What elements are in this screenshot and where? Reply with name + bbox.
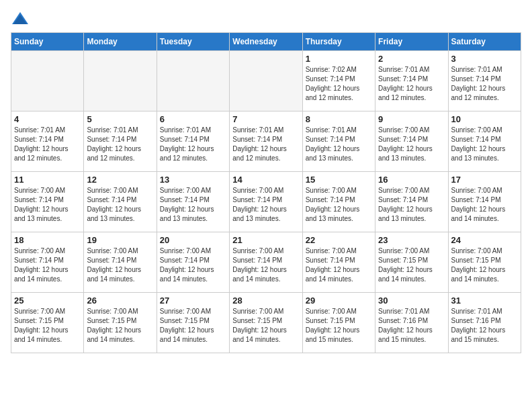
day-number: 8 [306,114,372,124]
calendar-cell: 10Sunrise: 7:00 AM Sunset: 7:14 PM Dayli… [448,111,521,172]
calendar-cell [230,51,302,111]
day-number: 26 [87,295,153,306]
calendar-cell: 23Sunrise: 7:00 AM Sunset: 7:15 PM Dayli… [375,232,448,293]
calendar-cell: 16Sunrise: 7:00 AM Sunset: 7:14 PM Dayli… [375,172,448,232]
calendar-cell: 15Sunrise: 7:00 AM Sunset: 7:14 PM Dayli… [302,172,375,232]
day-info: Sunrise: 7:00 AM Sunset: 7:15 PM Dayligh… [451,246,518,284]
calendar-week-row: 25Sunrise: 7:00 AM Sunset: 7:15 PM Dayli… [11,293,521,353]
logo-icon [11,11,30,27]
day-number: 27 [160,295,226,306]
day-number: 28 [232,295,299,306]
calendar-cell: 17Sunrise: 7:00 AM Sunset: 7:14 PM Dayli… [448,172,521,232]
calendar-cell: 30Sunrise: 7:01 AM Sunset: 7:16 PM Dayli… [375,293,448,353]
calendar-cell: 19Sunrise: 7:00 AM Sunset: 7:14 PM Dayli… [84,232,157,293]
day-info: Sunrise: 7:00 AM Sunset: 7:14 PM Dayligh… [87,186,153,224]
day-info: Sunrise: 7:00 AM Sunset: 7:14 PM Dayligh… [14,246,81,284]
day-number: 6 [160,114,226,124]
day-number: 12 [87,175,153,185]
day-number: 30 [378,295,445,306]
day-info: Sunrise: 7:00 AM Sunset: 7:14 PM Dayligh… [306,246,372,284]
calendar-cell [157,51,229,111]
day-info: Sunrise: 7:00 AM Sunset: 7:14 PM Dayligh… [160,246,226,284]
calendar-cell: 22Sunrise: 7:00 AM Sunset: 7:14 PM Dayli… [302,232,375,293]
day-info: Sunrise: 7:01 AM Sunset: 7:14 PM Dayligh… [160,126,226,163]
day-number: 10 [451,114,518,124]
calendar-cell: 31Sunrise: 7:01 AM Sunset: 7:16 PM Dayli… [448,293,521,353]
calendar-cell: 8Sunrise: 7:01 AM Sunset: 7:14 PM Daylig… [302,111,375,172]
day-info: Sunrise: 7:01 AM Sunset: 7:16 PM Dayligh… [451,307,518,345]
calendar-cell [11,51,84,111]
day-info: Sunrise: 7:00 AM Sunset: 7:14 PM Dayligh… [451,186,518,224]
calendar-week-row: 1Sunrise: 7:02 AM Sunset: 7:14 PM Daylig… [11,51,521,111]
calendar-cell: 21Sunrise: 7:00 AM Sunset: 7:14 PM Dayli… [230,232,302,293]
calendar-cell: 2Sunrise: 7:01 AM Sunset: 7:14 PM Daylig… [375,51,448,111]
day-info: Sunrise: 7:00 AM Sunset: 7:15 PM Dayligh… [87,307,153,345]
weekday-header: Sunday [11,33,84,51]
day-number: 24 [451,235,518,245]
calendar-cell: 3Sunrise: 7:01 AM Sunset: 7:14 PM Daylig… [448,51,521,111]
day-number: 14 [232,175,299,185]
calendar-cell: 5Sunrise: 7:01 AM Sunset: 7:14 PM Daylig… [84,111,157,172]
calendar-cell: 24Sunrise: 7:00 AM Sunset: 7:15 PM Dayli… [448,232,521,293]
day-number: 1 [306,54,372,64]
calendar-header-row: SundayMondayTuesdayWednesdayThursdayFrid… [11,33,521,51]
day-info: Sunrise: 7:01 AM Sunset: 7:14 PM Dayligh… [306,126,372,163]
weekday-header: Friday [375,33,448,51]
day-info: Sunrise: 7:00 AM Sunset: 7:15 PM Dayligh… [378,246,445,284]
day-info: Sunrise: 7:00 AM Sunset: 7:15 PM Dayligh… [232,307,299,345]
weekday-header: Thursday [302,33,375,51]
calendar-body: 1Sunrise: 7:02 AM Sunset: 7:14 PM Daylig… [11,51,521,353]
day-info: Sunrise: 7:01 AM Sunset: 7:14 PM Dayligh… [232,126,299,163]
day-number: 20 [160,235,226,245]
weekday-header: Monday [84,33,157,51]
day-number: 4 [14,114,81,124]
day-info: Sunrise: 7:01 AM Sunset: 7:16 PM Dayligh… [378,307,445,345]
day-number: 31 [451,295,518,306]
day-number: 2 [378,54,445,64]
calendar-week-row: 11Sunrise: 7:00 AM Sunset: 7:14 PM Dayli… [11,172,521,232]
day-info: Sunrise: 7:00 AM Sunset: 7:14 PM Dayligh… [232,246,299,284]
day-info: Sunrise: 7:01 AM Sunset: 7:14 PM Dayligh… [14,126,81,163]
calendar-cell: 11Sunrise: 7:00 AM Sunset: 7:14 PM Dayli… [11,172,84,232]
day-number: 18 [14,235,81,245]
calendar-cell [84,51,157,111]
calendar-cell: 26Sunrise: 7:00 AM Sunset: 7:15 PM Dayli… [84,293,157,353]
day-number: 16 [378,175,445,185]
calendar-week-row: 4Sunrise: 7:01 AM Sunset: 7:14 PM Daylig… [11,111,521,172]
day-info: Sunrise: 7:00 AM Sunset: 7:15 PM Dayligh… [160,307,226,345]
calendar-cell: 18Sunrise: 7:00 AM Sunset: 7:14 PM Dayli… [11,232,84,293]
calendar-cell: 12Sunrise: 7:00 AM Sunset: 7:14 PM Dayli… [84,172,157,232]
day-info: Sunrise: 7:00 AM Sunset: 7:14 PM Dayligh… [378,126,445,163]
day-number: 9 [378,114,445,124]
header [11,11,521,27]
day-info: Sunrise: 7:01 AM Sunset: 7:14 PM Dayligh… [378,65,445,103]
calendar-cell: 7Sunrise: 7:01 AM Sunset: 7:14 PM Daylig… [230,111,302,172]
day-info: Sunrise: 7:00 AM Sunset: 7:14 PM Dayligh… [306,186,372,224]
day-number: 15 [306,175,372,185]
calendar-cell: 1Sunrise: 7:02 AM Sunset: 7:14 PM Daylig… [302,51,375,111]
day-number: 25 [14,295,81,306]
day-info: Sunrise: 7:00 AM Sunset: 7:14 PM Dayligh… [87,246,153,284]
calendar-cell: 13Sunrise: 7:00 AM Sunset: 7:14 PM Dayli… [157,172,229,232]
weekday-header: Saturday [448,33,521,51]
day-number: 22 [306,235,372,245]
day-number: 7 [232,114,299,124]
calendar-table: SundayMondayTuesdayWednesdayThursdayFrid… [11,32,521,353]
calendar-cell: 4Sunrise: 7:01 AM Sunset: 7:14 PM Daylig… [11,111,84,172]
calendar-cell: 9Sunrise: 7:00 AM Sunset: 7:14 PM Daylig… [375,111,448,172]
day-number: 21 [232,235,299,245]
day-info: Sunrise: 7:00 AM Sunset: 7:14 PM Dayligh… [14,186,81,224]
calendar-cell: 29Sunrise: 7:00 AM Sunset: 7:15 PM Dayli… [302,293,375,353]
day-info: Sunrise: 7:00 AM Sunset: 7:14 PM Dayligh… [232,186,299,224]
day-info: Sunrise: 7:00 AM Sunset: 7:14 PM Dayligh… [160,186,226,224]
day-info: Sunrise: 7:00 AM Sunset: 7:15 PM Dayligh… [306,307,372,345]
day-info: Sunrise: 7:02 AM Sunset: 7:14 PM Dayligh… [306,65,372,103]
day-number: 13 [160,175,226,185]
calendar-cell: 28Sunrise: 7:00 AM Sunset: 7:15 PM Dayli… [230,293,302,353]
day-number: 19 [87,235,153,245]
day-info: Sunrise: 7:00 AM Sunset: 7:14 PM Dayligh… [451,126,518,163]
calendar-cell: 6Sunrise: 7:01 AM Sunset: 7:14 PM Daylig… [157,111,229,172]
weekday-header: Tuesday [157,33,229,51]
day-number: 29 [306,295,372,306]
calendar-cell: 25Sunrise: 7:00 AM Sunset: 7:15 PM Dayli… [11,293,84,353]
